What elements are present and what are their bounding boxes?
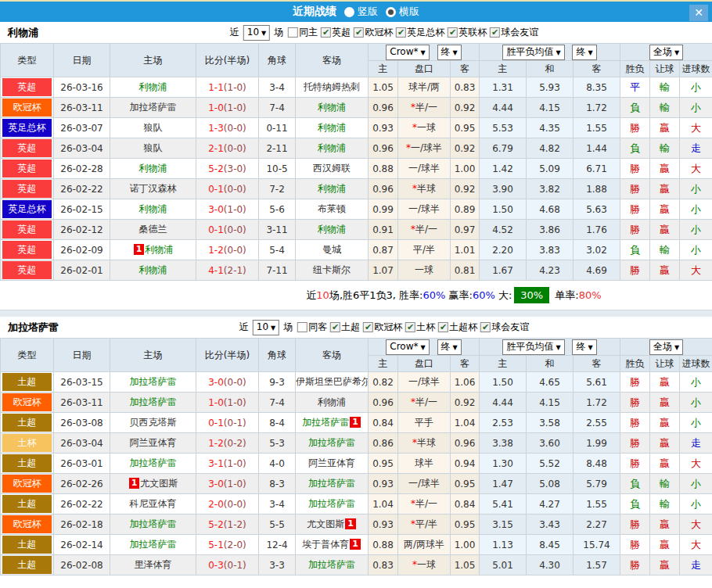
- summary-segment: 大:: [495, 289, 512, 301]
- chevron-down-icon: ▼: [421, 49, 426, 56]
- home-cell: 加拉塔萨雷: [110, 372, 196, 393]
- filter-same-venue-checkbox[interactable]: 同客: [297, 321, 327, 334]
- filter-league-checkbox[interactable]: ✔英超: [321, 26, 351, 39]
- corner-score: 2-11: [259, 138, 296, 159]
- odds-time-value: 终: [441, 341, 451, 352]
- match-row: 土超 26-02-14 加拉塔萨雷 5-1(2-0) 12-4 埃于普体育1 0…: [1, 535, 712, 555]
- home-cell: 加拉塔萨雷: [110, 454, 196, 474]
- handicap-cell: 一球: [398, 260, 451, 281]
- radio-vertical-label[interactable]: 竖版: [358, 5, 378, 19]
- match-row: 土超 26-03-15 加拉塔萨雷 3-0(0-0) 9-3 伊斯坦堡巴萨希尔1…: [1, 372, 712, 393]
- odds-away: 0.96: [451, 433, 480, 454]
- team-name: 利物浦: [0, 26, 38, 40]
- odds-company-select[interactable]: Crow*▼: [386, 339, 429, 355]
- filter-league-checkbox[interactable]: ✔欧冠杯: [363, 321, 402, 334]
- chevron-down-icon: ▼: [556, 49, 560, 56]
- match-date: 26-03-11: [54, 393, 110, 413]
- result-outcome: 勝: [620, 179, 650, 199]
- league-badge: 英超: [2, 180, 52, 198]
- match-date: 26-02-14: [54, 535, 110, 555]
- avg-group-header: 胜平负均值▼ 终▼: [480, 339, 620, 356]
- result-goals: 大: [680, 260, 712, 281]
- corner-score: 7-4: [259, 98, 296, 118]
- avg-time-select[interactable]: 终▼: [572, 45, 596, 60]
- odds-home: 0.84: [369, 413, 398, 433]
- match-date: 26-02-18: [54, 514, 110, 535]
- match-row: 欧冠杯 26-02-18 加拉塔萨雷 5-2(1-2) 5-5 尤文图斯1 0.…: [1, 514, 712, 535]
- match-date: 26-02-08: [54, 555, 110, 575]
- fulltime-score: 5-2: [208, 519, 224, 530]
- corner-score: 8-3: [259, 474, 296, 494]
- result-goals: 小: [680, 240, 712, 260]
- avg-time-value: 终: [576, 46, 585, 57]
- col-corner: 角球: [259, 339, 296, 372]
- col-corner: 角球: [259, 44, 296, 77]
- match-row: 英超 26-02-09 1利物浦 1-2(0-0) 5-4 曼城 0.87 平/…: [1, 240, 712, 260]
- scope-select[interactable]: 全场▼: [649, 339, 683, 355]
- match-date: 26-03-01: [54, 454, 110, 474]
- avg-draw: 4.82: [527, 138, 574, 159]
- avg-home: 2.20: [480, 240, 527, 260]
- league-badge: 土超: [2, 556, 52, 574]
- handicap-cell: 一/球半: [398, 159, 451, 179]
- home-cell: 科尼亚体育: [110, 494, 196, 514]
- filter-league-checkbox[interactable]: ✔欧冠杯: [354, 26, 393, 39]
- filter-league-checkbox[interactable]: ✔英足总杯: [396, 26, 444, 39]
- avg-home: 3.15: [480, 514, 527, 535]
- chevron-down-icon: ▼: [556, 344, 560, 351]
- match-count-select[interactable]: 10▼: [243, 25, 270, 41]
- avg-type-select[interactable]: 胜平负均值▼: [502, 45, 564, 60]
- result-handicap: 贏: [650, 199, 680, 220]
- filter-league-checkbox[interactable]: ✔土超杯: [438, 321, 477, 334]
- halftime-score: (0-0): [224, 123, 246, 134]
- sub-col-avg-away: 客: [574, 356, 620, 372]
- league-badge: 英超: [2, 241, 52, 259]
- result-outcome: 勝: [620, 454, 650, 474]
- away-cell: 利物浦: [296, 98, 369, 118]
- odds-home: 0.96: [369, 179, 398, 199]
- away-team: 利物浦: [318, 102, 346, 113]
- score-cell: 0-1(0-0): [196, 179, 259, 199]
- filter-league-checkbox[interactable]: ✔英联杯: [448, 26, 487, 39]
- section-header-liverpool: 利物浦 近10▼场同主✔英超✔欧冠杯✔英足总杯✔英联杯✔球会友谊: [0, 22, 712, 43]
- match-row: 英超 26-03-04 狼队 2-1(0-0) 2-11 利物浦 0.96 *一…: [1, 138, 712, 159]
- radio-vertical-layout[interactable]: [344, 7, 354, 17]
- radio-horizontal-label[interactable]: 横版: [399, 5, 419, 19]
- chevron-down-icon: ▼: [588, 344, 592, 351]
- away-cell: 利物浦: [296, 138, 369, 159]
- match-row: 土杯 26-03-04 阿兰亚体育 1-2(0-2) 5-3 加拉塔萨雷 0.8…: [1, 433, 712, 454]
- close-icon[interactable]: ✕: [689, 5, 708, 21]
- filter-same-venue-checkbox[interactable]: 同主: [288, 26, 318, 39]
- avg-time-select[interactable]: 终▼: [572, 339, 596, 355]
- radio-horizontal-layout[interactable]: [386, 7, 396, 17]
- odds-company-select[interactable]: Crow*▼: [386, 45, 429, 60]
- scope-select[interactable]: 全场▼: [649, 45, 683, 60]
- match-date: 26-03-04: [54, 138, 110, 159]
- handicap-name: 一/球半: [408, 376, 440, 387]
- handicap-name: 球半: [415, 457, 433, 468]
- result-outcome: 負: [620, 494, 650, 514]
- away-cell: 加拉塔萨雷1: [296, 413, 369, 433]
- avg-draw: 4.30: [527, 555, 574, 575]
- filter-league-checkbox[interactable]: ✔球会友谊: [490, 26, 538, 39]
- handicap-cell: *半球: [398, 179, 451, 199]
- avg-type-select[interactable]: 胜平负均值▼: [502, 339, 564, 355]
- filter-league-checkbox[interactable]: ✔土超: [330, 321, 360, 334]
- odds-time-select[interactable]: 终▼: [437, 45, 462, 60]
- odds-time-select[interactable]: 终▼: [437, 339, 462, 355]
- result-outcome: 勝: [620, 535, 650, 555]
- summary-segment: 80%: [579, 289, 602, 301]
- corner-score: 4-0: [259, 454, 296, 474]
- chevron-down-icon: ▼: [674, 49, 679, 56]
- filter-league-checkbox[interactable]: ✔土杯: [405, 321, 435, 334]
- corner-score: 3-11: [259, 220, 296, 240]
- avg-draw: 3.82: [527, 179, 574, 199]
- match-count-select[interactable]: 10▼: [253, 320, 279, 335]
- fulltime-score: 3-0: [208, 377, 224, 388]
- avg-draw: 3.86: [527, 220, 574, 240]
- handicap-cell: 球半: [398, 454, 451, 474]
- odds-home: 1.07: [369, 260, 398, 281]
- match-date: 26-03-04: [54, 433, 110, 454]
- avg-away: 5.79: [574, 474, 620, 494]
- filter-league-checkbox[interactable]: ✔球会友谊: [480, 321, 529, 334]
